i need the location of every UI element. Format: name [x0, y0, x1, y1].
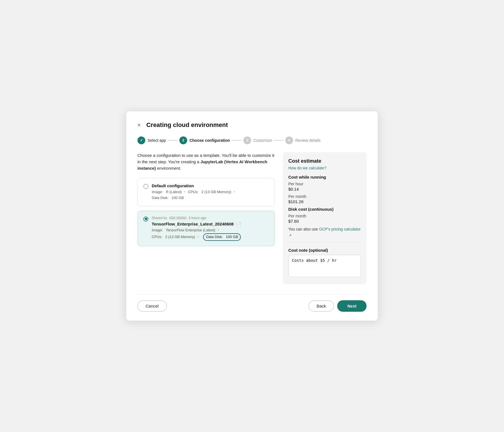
- close-button[interactable]: ×: [137, 122, 141, 128]
- default-config-name: Default configuration: [152, 183, 269, 188]
- disk-per-month-label: Per month: [288, 214, 361, 218]
- cost-divider: [288, 242, 361, 242]
- disk-cost-title: Disk cost (continuous): [288, 207, 361, 212]
- step-4-label: Review details: [295, 138, 320, 143]
- tensorflow-config-detail: Image: TensorFlow Enterprise (Latest) • …: [152, 227, 269, 241]
- right-panel: Cost estimate How do we calculate? Cost …: [283, 152, 367, 285]
- footer-right: Back Next: [308, 300, 367, 312]
- tensorflow-config-card[interactable]: Shared by 3 hours ago TensorFlow_Enterpr…: [137, 211, 275, 246]
- dialog-header: × Creating cloud environment: [137, 121, 367, 129]
- dialog-title: Creating cloud environment: [146, 121, 228, 129]
- cost-note-label: Cost note (optional): [288, 248, 361, 253]
- default-config-radio[interactable]: [143, 184, 148, 189]
- step-customize: 3 Customize: [243, 136, 272, 144]
- description-text: Choose a configuration to use as a templ…: [137, 152, 275, 172]
- gcp-pricing-link[interactable]: GCP's pricing calculator: [319, 227, 361, 231]
- default-config-card[interactable]: Default configuration Image: R (Latest) …: [137, 178, 275, 206]
- shared-meta: Shared by 3 hours ago: [152, 216, 269, 220]
- step-choose-config: 2 Choose configuration: [179, 136, 230, 144]
- stepper: ✓ Select app 2 Choose configuration 3 Cu…: [137, 136, 367, 144]
- step-2-label: Choose configuration: [189, 138, 230, 143]
- avatar-block-2: [176, 217, 186, 219]
- cost-note-input[interactable]: Costs about $5 / hr: [288, 255, 361, 277]
- creating-cloud-env-dialog: × Creating cloud environment ✓ Select ap…: [126, 111, 378, 321]
- step-2-circle: 2: [179, 136, 187, 144]
- cost-running-title: Cost while running: [288, 175, 361, 179]
- disk-per-month-value: $7.60: [288, 219, 361, 224]
- cost-note-section: Cost note (optional) Costs about $5 / hr: [288, 248, 361, 279]
- back-button[interactable]: Back: [308, 301, 334, 311]
- cost-panel: Cost estimate How do we calculate? Cost …: [283, 152, 367, 285]
- per-hour-value: $0.14: [288, 187, 361, 191]
- cost-estimate-title: Cost estimate: [288, 158, 361, 164]
- per-month-label: Per month: [288, 194, 361, 199]
- next-button[interactable]: Next: [337, 300, 367, 312]
- tensorflow-config-name: TensorFlow_Enterprise_Latest_20240608: [152, 222, 234, 226]
- step-connector-1: [168, 140, 178, 141]
- content-area: Choose a configuration to use as a templ…: [137, 152, 367, 285]
- step-select-app: ✓ Select app: [137, 136, 166, 144]
- disk-highlight: Data Disk: 100 GB: [203, 233, 241, 241]
- step-1-circle: ✓: [137, 136, 145, 144]
- step-connector-2: [232, 140, 242, 141]
- external-link-icon: ↗: [289, 233, 292, 237]
- default-config-detail: Image: R (Latest) • CPUs: 2 (13 GB Memor…: [152, 189, 269, 201]
- per-month-value: $101.26: [288, 199, 361, 204]
- dialog-footer: Cancel Back Next: [137, 294, 367, 312]
- step-3-circle: 3: [243, 136, 251, 144]
- tensorflow-config-radio[interactable]: [143, 217, 148, 222]
- gcp-pricing-text: You can also use GCP's pricing calculato…: [288, 226, 361, 238]
- step-4-circle: 4: [285, 136, 293, 144]
- file-icon: 📄: [236, 222, 241, 227]
- avatar-block-1: [169, 217, 175, 219]
- step-review: 4 Review details: [285, 136, 320, 144]
- step-3-label: Customize: [253, 138, 272, 143]
- step-1-label: Select app: [148, 138, 166, 143]
- step-connector-3: [274, 140, 284, 141]
- left-panel: Choose a configuration to use as a templ…: [137, 152, 275, 285]
- per-hour-label: Per hour: [288, 182, 361, 186]
- cancel-button[interactable]: Cancel: [137, 301, 167, 311]
- how-calculate-link[interactable]: How do we calculate?: [288, 166, 361, 170]
